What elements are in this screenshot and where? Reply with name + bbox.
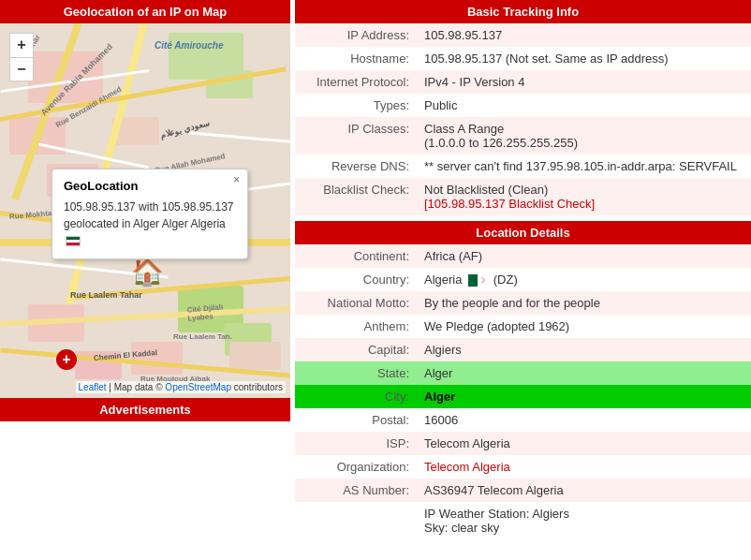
country-label: Country: [295,268,417,291]
table-row: ISP: Telecom Algeria [295,432,751,455]
map-label-rue6: Rue Laalem Tah. [173,332,232,341]
basic-tracking-table: IP Address: 105.98.95.137 Hostname: 105.… [295,23,751,215]
table-row: Postal: 16006 [295,408,751,432]
table-row: AS Number: AS36947 Telecom Algeria [295,479,751,502]
anthem-value: We Pledge (adopted 1962) [417,315,751,338]
anthem-label: Anthem: [295,315,417,338]
state-row: State: Alger [295,361,751,385]
capital-value: Algiers [417,338,751,361]
table-row: Blacklist Check: Not Blacklisted (Clean)… [295,178,751,215]
map-label-cite: Cité Amirouche [155,40,224,51]
city-label: City: [295,385,417,408]
blacklist-value: Not Blacklisted (Clean) [105.98.95.137 B… [417,178,751,215]
basic-tracking-header: Basic Tracking Info [295,0,751,23]
continent-label: Continent: [295,244,417,268]
isp-label: ISP: [295,432,417,455]
org-value: Telecom Algeria [417,455,751,479]
rdns-label: Reverse DNS: [295,155,417,178]
city-value: Alger [417,385,751,408]
types-value: Public [417,94,751,117]
protocol-label: Internet Protocol: [295,70,417,94]
osm-link[interactable]: OpenStreetMap [165,382,231,392]
hostname-value: 105.98.95.137 (Not set. Same as IP addre… [417,47,751,70]
blacklist-label: Blacklist Check: [295,178,417,215]
table-row: IP Address: 105.98.95.137 [295,23,751,47]
as-value: AS36947 Telecom Algeria [417,479,751,502]
table-row: Types: Public [295,94,751,117]
continent-value: Africa (AF) [417,244,751,268]
motto-label: National Motto: [295,291,417,315]
popup-flag [66,236,81,246]
city-row: City: Alger [295,385,751,408]
location-details-header: Location Details [295,221,751,244]
ip-value: 105.98.95.137 [417,23,751,47]
table-row: Internet Protocol: IPv4 - IP Version 4 [295,70,751,94]
zoom-in-button[interactable]: + [9,33,34,57]
home-marker: 🏠 [131,259,164,286]
zoom-controls: + − [9,33,34,81]
add-location-button[interactable]: + [56,349,77,370]
popup-title: GeoLocation [64,179,236,193]
table-row: National Motto: By the people and for th… [295,291,751,315]
ip-label: IP Address: [295,23,417,47]
zoom-out-button[interactable]: − [9,57,34,81]
table-row: Continent: Africa (AF) [295,244,751,268]
capital-label: Capital: [295,338,417,361]
types-label: Types: [295,94,417,117]
as-label: AS Number: [295,479,417,502]
weather-value: IP Weather Station: Algiers Sky: clear s… [417,502,751,539]
country-flag: ☽ [468,274,487,287]
blacklist-link[interactable]: [105.98.95.137 Blacklist Check] [424,197,595,211]
leaflet-link[interactable]: Leaflet [79,382,107,392]
motto-value: By the people and for the people [417,291,751,315]
map-attribution: Leaflet | Map data © OpenStreetMap contr… [76,381,286,393]
table-row: Hostname: 105.98.95.137 (Not set. Same a… [295,47,751,70]
country-value: Algeria ☽ (DZ) [417,268,751,291]
postal-value: 16006 [417,408,751,432]
table-row: IP Weather Station: Algiers Sky: clear s… [295,502,751,539]
isp-value: Telecom Algeria [417,432,751,455]
popup-close-button[interactable]: × [233,173,240,186]
hostname-label: Hostname: [295,47,417,70]
table-row: Organization: Telecom Algeria [295,455,751,479]
geo-popup: GeoLocation × 105.98.95.137 with 105.98.… [52,169,248,259]
table-row: Anthem: We Pledge (adopted 1962) [295,315,751,338]
table-row: IP Classes: Class A Range (1.0.0.0 to 12… [295,117,751,155]
map-label-rue5: Rue Laalem Tahar [70,290,142,300]
org-label: Organization: [295,455,417,479]
map-header: Geolocation of an IP on Map [0,0,290,23]
table-row: Reverse DNS: ** server can't find 137.95… [295,155,751,178]
protocol-value: IPv4 - IP Version 4 [417,70,751,94]
table-row: Capital: Algiers [295,338,751,361]
map-label-cite2: Cité DjilaliLyabes [186,302,224,322]
map-area: Cité Amirouche Avenue Rabia Mohamed Rue … [0,23,290,398]
rdns-value: ** server can't find 137.95.98.105.in-ad… [417,155,751,178]
postal-label: Postal: [295,408,417,432]
location-table: Continent: Africa (AF) Country: Algeria … [295,244,751,539]
table-row: Country: Algeria ☽ (DZ) [295,268,751,291]
ip-classes-value: Class A Range (1.0.0.0 to 126.255.255.25… [417,117,751,155]
popup-text: 105.98.95.137 with 105.98.95.137 geoloca… [64,199,236,249]
state-label: State: [295,361,417,385]
weather-label [295,502,417,539]
ads-header: Advertisements [0,398,290,421]
ip-classes-label: IP Classes: [295,117,417,155]
state-value: Alger [417,361,751,385]
